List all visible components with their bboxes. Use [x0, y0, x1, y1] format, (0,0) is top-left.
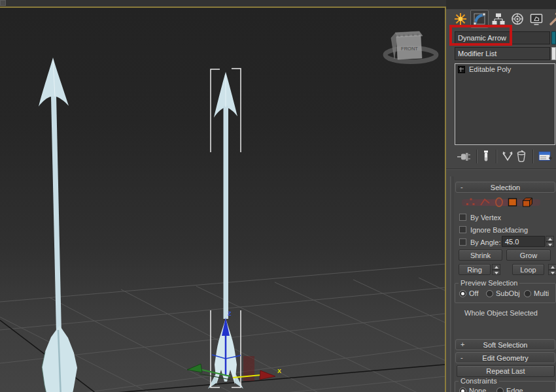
preview-subobj-radio[interactable]: SubObj [486, 289, 520, 297]
tab-display[interactable] [527, 10, 546, 28]
constraints-none-radio[interactable]: None [459, 387, 486, 392]
arrow-selected-shaft [224, 106, 229, 319]
radio-icon[interactable] [486, 290, 493, 297]
viewport-canvas[interactable]: FRONT [0, 8, 445, 392]
toolbar-separator [532, 150, 533, 163]
utilities-wrench-icon [548, 12, 556, 26]
constraints-edge-label: Edge [506, 387, 523, 392]
radio-selected-icon[interactable] [459, 387, 466, 392]
preview-subobj-label: SubObj [496, 289, 520, 297]
gizmo-y-arrowhead[interactable] [187, 364, 202, 372]
gizmo-x-arrowhead[interactable] [260, 370, 275, 380]
rollout-edit-geometry-header[interactable]: - Edit Geometry [455, 352, 555, 363]
viewcube-front-label[interactable]: FRONT [401, 46, 418, 52]
gizmo-x-label: X [277, 368, 281, 374]
perspective-viewport[interactable]: FRONT [0, 7, 446, 392]
expand-plus-icon[interactable] [458, 66, 465, 73]
command-panel: Dynamic Arrow Modifier List Editable Pol… [446, 0, 556, 392]
shrink-button[interactable]: Shrink [459, 250, 502, 261]
rollout-soft-selection-title: Soft Selection [483, 341, 528, 349]
viewcube[interactable]: FRONT [385, 31, 436, 62]
modifier-stack-list[interactable]: Editable Poly [455, 63, 555, 145]
spinner-down-icon[interactable] [548, 270, 556, 276]
grow-button[interactable]: Grow [506, 250, 551, 261]
stack-item-editable-poly[interactable]: Editable Poly [455, 64, 555, 74]
remove-modifier-icon[interactable] [515, 149, 527, 164]
constraints-edge-radio[interactable]: Edge [496, 387, 523, 392]
pin-stack-icon[interactable] [457, 149, 471, 164]
by-vertex-checkbox-row[interactable]: By Vertex [459, 213, 501, 221]
by-angle-input[interactable]: 45.0 [502, 236, 545, 247]
collapse-minus-icon[interactable]: - [460, 183, 463, 191]
border-icon[interactable] [493, 196, 505, 208]
rollout-edit-geometry-title: Edit Geometry [482, 354, 528, 362]
configure-modifier-sets-icon[interactable] [538, 149, 553, 164]
stack-toolbar [446, 149, 556, 165]
edge-icon[interactable] [479, 196, 492, 208]
spinner-up-icon[interactable] [546, 236, 554, 242]
by-vertex-label: By Vertex [470, 214, 501, 221]
preview-multi-label: Multi [534, 289, 549, 297]
vertex-icon[interactable] [464, 196, 476, 208]
by-angle-checkbox-row[interactable]: By Angle: [459, 238, 500, 246]
modifier-list-arrow-button[interactable] [551, 47, 556, 60]
ring-spinner[interactable] [492, 264, 500, 275]
spinner-up-icon[interactable] [548, 264, 556, 270]
radio-icon[interactable] [524, 290, 531, 297]
preview-selection-title: Preview Selection [459, 279, 519, 287]
loop-spinner[interactable] [548, 264, 556, 275]
hierarchy-icon [491, 12, 506, 26]
viewcube-left-face[interactable] [391, 33, 397, 59]
rollout-selection-title: Selection [491, 184, 520, 191]
create-starburst-icon [453, 12, 468, 26]
ring-button[interactable]: Ring [459, 264, 491, 275]
element-icon[interactable] [521, 196, 535, 208]
3dsmax-window: FRONT [0, 0, 556, 392]
corner-tab [0, 0, 6, 6]
stack-item-label: Editable Poly [469, 65, 511, 73]
loop-button[interactable]: Loop [512, 264, 544, 275]
preview-multi-radio[interactable]: Multi [524, 289, 549, 297]
arrow-object-left[interactable] [39, 57, 77, 392]
annotation-highlight-box [449, 25, 512, 46]
gizmo-z-arrowhead[interactable] [222, 318, 230, 336]
spinner-down-icon[interactable] [492, 270, 500, 276]
expand-plus-icon[interactable]: + [460, 340, 464, 348]
checkbox[interactable] [459, 226, 466, 233]
panel-top-strip [446, 0, 556, 9]
toolbar-separator [476, 150, 477, 163]
by-angle-label: By Angle: [470, 238, 500, 246]
spinner-down-icon[interactable] [546, 242, 554, 248]
show-end-result-icon[interactable] [481, 149, 491, 164]
motion-icon [510, 12, 525, 26]
spinner-up-icon[interactable] [492, 264, 500, 270]
rollout-selection-header[interactable]: - Selection [455, 182, 555, 193]
arrow-selected-fin-right [235, 374, 243, 389]
display-icon [529, 12, 544, 26]
modifier-list-dropdown[interactable]: Modifier List [455, 47, 550, 60]
rollout-soft-selection-header[interactable]: + Soft Selection [455, 339, 555, 350]
gizmo-z-label: Z [228, 310, 232, 317]
selection-status-text: Whole Object Selected [446, 309, 556, 317]
checkbox[interactable] [459, 238, 466, 246]
radio-icon[interactable] [496, 387, 504, 392]
checkbox[interactable] [459, 214, 466, 221]
by-angle-spinner[interactable] [546, 236, 554, 247]
radio-selected-icon[interactable] [459, 290, 466, 297]
panel-divider [446, 169, 556, 169]
tab-utilities[interactable] [546, 10, 556, 28]
rollout-rail [450, 176, 453, 392]
constraints-title: Constraints [459, 377, 499, 385]
ignore-backfacing-label: Ignore Backfacing [470, 226, 528, 234]
polygon-icon[interactable] [506, 196, 519, 208]
modify-bend-icon [472, 12, 487, 26]
object-color-swatch[interactable] [551, 31, 556, 44]
preview-off-label: Off [469, 289, 478, 297]
ignore-backfacing-checkbox-row[interactable]: Ignore Backfacing [459, 225, 528, 234]
repeat-last-button[interactable]: Repeat Last [457, 365, 555, 377]
window-top-strip [0, 0, 446, 7]
make-unique-icon[interactable] [501, 149, 514, 164]
collapse-minus-icon[interactable]: - [460, 353, 463, 361]
preview-off-radio[interactable]: Off [459, 289, 478, 297]
constraints-none-label: None [469, 387, 486, 392]
